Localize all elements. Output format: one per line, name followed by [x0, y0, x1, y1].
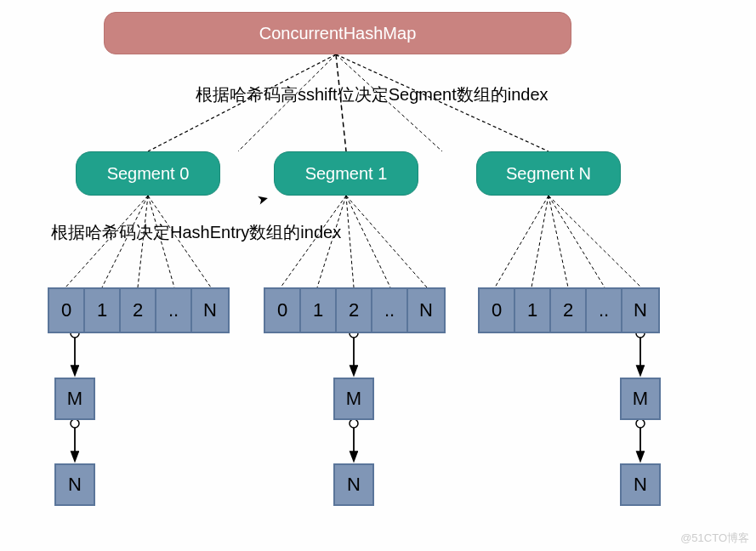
- title-label: ConcurrentHashMap: [259, 24, 417, 43]
- segment-label: Segment 0: [107, 164, 190, 184]
- svg-line-14: [346, 196, 427, 287]
- entry-array-0: 0 1 2 .. N: [48, 287, 230, 333]
- svg-line-16: [531, 196, 549, 287]
- svg-point-30: [636, 419, 645, 428]
- entry-cell: 0: [480, 289, 515, 332]
- segment-label: Segment N: [506, 164, 591, 184]
- segment-1: Segment 1: [274, 151, 418, 196]
- svg-point-26: [350, 419, 358, 428]
- chain-node-n-1: N: [333, 463, 374, 506]
- segment-n: Segment N: [476, 151, 621, 196]
- watermark: @51CTO博客: [680, 531, 749, 546]
- entry-cell: 2: [121, 289, 156, 332]
- segment-0: Segment 0: [76, 151, 220, 196]
- entry-cell: 2: [551, 289, 587, 332]
- chain-node-n-n: N: [620, 463, 661, 506]
- segment-index-caption: 根据哈希码高sshift位决定Segment数组的index: [196, 83, 549, 106]
- svg-line-19: [549, 196, 641, 287]
- svg-line-15: [495, 196, 549, 287]
- svg-point-22: [71, 419, 79, 428]
- entry-cell: N: [622, 289, 658, 332]
- entry-cell: N: [408, 289, 444, 332]
- chain-node-n-0: N: [54, 463, 95, 506]
- cursor-icon: ➤: [255, 190, 270, 209]
- entry-cell: ..: [587, 289, 622, 332]
- segment-label: Segment 1: [305, 164, 388, 184]
- svg-line-18: [549, 196, 605, 287]
- entry-cell: 0: [49, 289, 85, 332]
- chain-node-m-0: M: [54, 378, 95, 420]
- entry-cell: 1: [85, 289, 121, 332]
- entry-index-caption: 根据哈希码决定HashEntry数组的index: [51, 221, 341, 244]
- entry-cell: N: [192, 289, 228, 332]
- entry-cell: 2: [337, 289, 372, 332]
- entry-cell: 0: [265, 289, 301, 332]
- entry-array-n: 0 1 2 .. N: [478, 287, 660, 333]
- title-box: ConcurrentHashMap: [104, 12, 571, 54]
- svg-line-13: [346, 196, 390, 287]
- svg-line-12: [346, 196, 354, 287]
- entry-cell: 1: [515, 289, 551, 332]
- svg-line-17: [549, 196, 568, 287]
- chain-node-m-n: M: [620, 378, 661, 420]
- entry-cell: 1: [301, 289, 337, 332]
- chain-node-m-1: M: [333, 378, 374, 420]
- entry-cell: ..: [372, 289, 408, 332]
- entry-cell: ..: [156, 289, 192, 332]
- entry-array-1: 0 1 2 .. N: [264, 287, 446, 333]
